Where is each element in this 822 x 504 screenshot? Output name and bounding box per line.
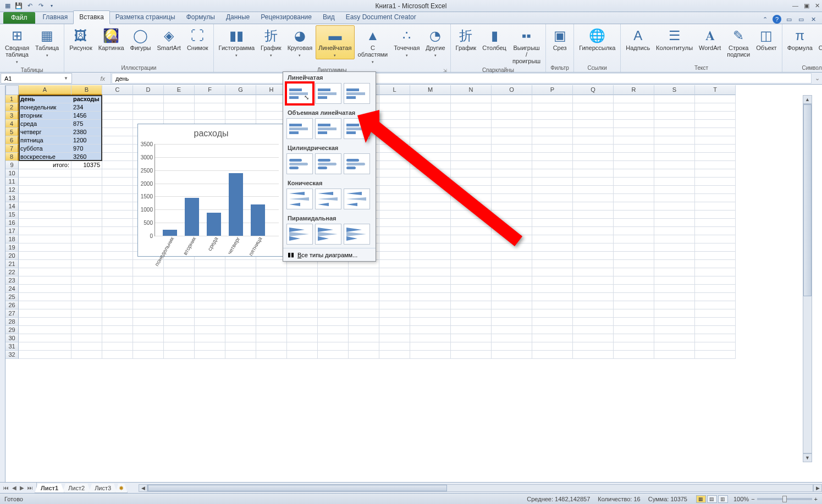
- cell[interactable]: [19, 285, 71, 293]
- cell[interactable]: [379, 128, 410, 136]
- cell[interactable]: [451, 227, 492, 235]
- cell[interactable]: [451, 260, 492, 268]
- cell[interactable]: [379, 169, 410, 178]
- cell[interactable]: [379, 276, 410, 285]
- ribbon-btn-WordArt[interactable]: 𝐀 WordArt: [696, 25, 724, 53]
- cell[interactable]: [195, 260, 225, 268]
- ribbon-btn-Объект[interactable]: ◫ Объект: [753, 25, 779, 53]
- cell[interactable]: [492, 169, 532, 178]
- cell[interactable]: [19, 309, 71, 318]
- cell[interactable]: [654, 309, 695, 318]
- cell[interactable]: [71, 169, 102, 178]
- sheet-tab-Лист3[interactable]: Лист3: [89, 484, 117, 493]
- cell[interactable]: [654, 326, 695, 334]
- row-header-26[interactable]: 26: [5, 301, 19, 309]
- cell[interactable]: пятница: [19, 136, 71, 145]
- file-tab[interactable]: Файл: [3, 12, 35, 24]
- row-header-22[interactable]: 22: [5, 268, 19, 276]
- cell[interactable]: [133, 342, 164, 351]
- cell[interactable]: [492, 211, 532, 219]
- row-header-2[interactable]: 2: [5, 103, 19, 112]
- sheet-tab-Лист2[interactable]: Лист2: [62, 484, 91, 493]
- cell[interactable]: [379, 235, 410, 243]
- cell[interactable]: [349, 301, 379, 309]
- cell[interactable]: [695, 227, 736, 235]
- cell[interactable]: [71, 178, 102, 186]
- cell[interactable]: [614, 309, 654, 318]
- cell[interactable]: [195, 334, 225, 342]
- cell[interactable]: 970: [71, 145, 102, 153]
- cell[interactable]: [133, 309, 164, 318]
- cell[interactable]: [71, 342, 102, 351]
- cell[interactable]: [410, 186, 451, 194]
- ribbon-btn-Срез[interactable]: ▣ Срез: [548, 25, 571, 53]
- cell[interactable]: [379, 326, 410, 334]
- cell[interactable]: [19, 326, 71, 334]
- cell[interactable]: [225, 351, 256, 359]
- view-normal-icon[interactable]: ▦: [696, 495, 706, 503]
- cell[interactable]: [71, 326, 102, 334]
- ribbon-btn-Надпись[interactable]: A Надпись: [623, 25, 653, 53]
- gallery-option[interactable]: [286, 224, 313, 245]
- cell[interactable]: [287, 301, 318, 309]
- cell[interactable]: [492, 252, 532, 260]
- cell[interactable]: [614, 103, 654, 112]
- cell[interactable]: [654, 219, 695, 227]
- ribbon-btn-Сводная-таблица[interactable]: ⊞ Сводная таблица▾: [2, 25, 32, 66]
- row-header-32[interactable]: 32: [5, 351, 19, 359]
- cell[interactable]: [410, 235, 451, 243]
- cell[interactable]: [532, 95, 573, 103]
- cell[interactable]: [614, 334, 654, 342]
- col-header-R[interactable]: R: [614, 85, 654, 95]
- cell[interactable]: 2380: [71, 128, 102, 136]
- cell[interactable]: [532, 186, 573, 194]
- cell[interactable]: [287, 293, 318, 301]
- cell[interactable]: [102, 235, 133, 243]
- cell[interactable]: [532, 326, 573, 334]
- cell[interactable]: [225, 301, 256, 309]
- cell[interactable]: [451, 178, 492, 186]
- row-header-29[interactable]: 29: [5, 326, 19, 334]
- col-header-T[interactable]: T: [695, 85, 736, 95]
- tab-Easy Document Creator[interactable]: Easy Document Creator: [340, 11, 422, 24]
- cell[interactable]: [195, 301, 225, 309]
- cell[interactable]: [410, 120, 451, 128]
- cell[interactable]: [102, 309, 133, 318]
- gallery-option[interactable]: [344, 189, 370, 209]
- cell[interactable]: [695, 235, 736, 243]
- cell[interactable]: [573, 153, 614, 161]
- cell[interactable]: [451, 351, 492, 359]
- ribbon-btn-График[interactable]: 折 График: [453, 25, 479, 53]
- cell[interactable]: [164, 268, 195, 276]
- cell[interactable]: [318, 301, 349, 309]
- cell[interactable]: [695, 252, 736, 260]
- cell[interactable]: [695, 202, 736, 211]
- cell[interactable]: [256, 268, 287, 276]
- grid[interactable]: ABCDEFGHIJKLMNOPQRST 1деньрасходы 2понед…: [5, 85, 812, 472]
- cell[interactable]: [451, 293, 492, 301]
- cell[interactable]: [225, 112, 256, 120]
- close-icon[interactable]: ✕: [815, 2, 820, 9]
- cell[interactable]: [695, 161, 736, 169]
- cell[interactable]: [256, 351, 287, 359]
- cell[interactable]: понедельник: [19, 103, 71, 112]
- cell[interactable]: [532, 293, 573, 301]
- cell[interactable]: [410, 301, 451, 309]
- scroll-right-icon[interactable]: ▶: [813, 484, 822, 492]
- cell[interactable]: [379, 285, 410, 293]
- sheet-prev-icon[interactable]: ◀: [11, 485, 18, 491]
- cell[interactable]: [410, 219, 451, 227]
- cell[interactable]: [410, 202, 451, 211]
- cell[interactable]: [287, 285, 318, 293]
- cell[interactable]: [164, 309, 195, 318]
- cell[interactable]: [287, 326, 318, 334]
- cell[interactable]: [654, 252, 695, 260]
- cell[interactable]: [492, 128, 532, 136]
- cell[interactable]: [71, 227, 102, 235]
- cell[interactable]: [195, 351, 225, 359]
- ribbon-btn-Символ[interactable]: Ω Символ: [816, 25, 822, 53]
- cell[interactable]: [451, 276, 492, 285]
- expand-formula-icon[interactable]: ⌄: [812, 73, 822, 84]
- cell[interactable]: [492, 268, 532, 276]
- cell[interactable]: [410, 318, 451, 326]
